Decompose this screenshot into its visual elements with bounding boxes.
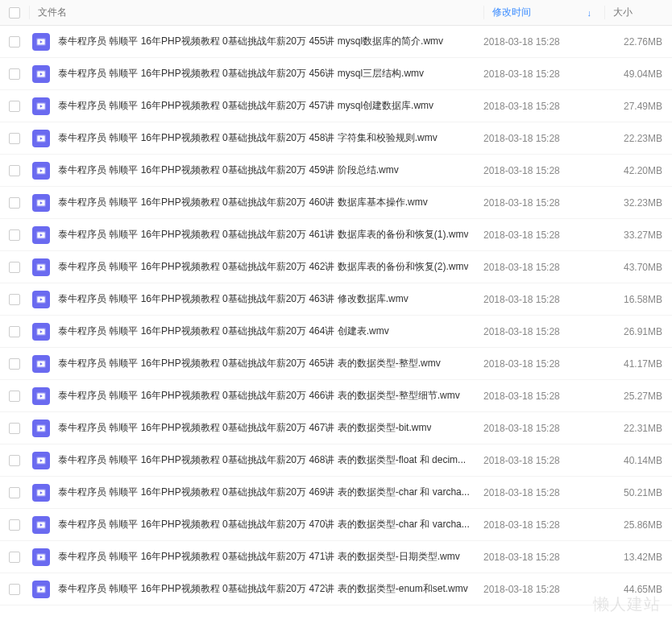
- size-cell: 13.42MB: [604, 552, 672, 563]
- row-checkbox-cell: [0, 68, 29, 80]
- table-row[interactable]: 泰牛程序员 韩顺平 16年PHP视频教程 0基础挑战年薪20万 457讲 mys…: [0, 90, 672, 122]
- header-filename[interactable]: 文件名: [29, 6, 483, 19]
- video-file-icon: [32, 484, 50, 502]
- row-checkbox[interactable]: [9, 326, 20, 337]
- row-checkbox[interactable]: [9, 101, 20, 112]
- table-row[interactable]: 泰牛程序员 韩顺平 16年PHP视频教程 0基础挑战年薪20万 467讲 表的数…: [0, 412, 672, 444]
- filename-text[interactable]: 泰牛程序员 韩顺平 16年PHP视频教程 0基础挑战年薪20万 467讲 表的数…: [58, 421, 431, 435]
- row-checkbox-cell: [0, 294, 29, 305]
- row-checkbox[interactable]: [9, 165, 20, 176]
- filename-cell: 泰牛程序员 韩顺平 16年PHP视频教程 0基础挑战年薪20万 464讲 创建表…: [29, 323, 483, 341]
- modified-cell: 2018-03-18 15:28: [483, 294, 604, 305]
- row-checkbox-cell: [0, 133, 29, 144]
- row-checkbox[interactable]: [9, 455, 20, 466]
- header-size[interactable]: 大小: [604, 6, 672, 19]
- row-checkbox[interactable]: [9, 229, 20, 241]
- filename-cell: 泰牛程序员 韩顺平 16年PHP视频教程 0基础挑战年薪20万 463讲 修改数…: [29, 291, 483, 308]
- video-file-icon: [32, 65, 50, 83]
- table-row[interactable]: 泰牛程序员 韩顺平 16年PHP视频教程 0基础挑战年薪20万 472讲 表的数…: [0, 573, 672, 606]
- size-cell: 50.21MB: [604, 487, 672, 498]
- table-row[interactable]: 泰牛程序员 韩顺平 16年PHP视频教程 0基础挑战年薪20万 462讲 数据库…: [0, 251, 672, 283]
- filename-text[interactable]: 泰牛程序员 韩顺平 16年PHP视频教程 0基础挑战年薪20万 457讲 mys…: [58, 99, 433, 113]
- filename-cell: 泰牛程序员 韩顺平 16年PHP视频教程 0基础挑战年薪20万 469讲 表的数…: [29, 484, 483, 502]
- modified-cell: 2018-03-18 15:28: [483, 229, 604, 241]
- table-row[interactable]: 泰牛程序员 韩顺平 16年PHP视频教程 0基础挑战年薪20万 460讲 数据库…: [0, 187, 672, 219]
- filename-text[interactable]: 泰牛程序员 韩顺平 16年PHP视频教程 0基础挑战年薪20万 460讲 数据库…: [58, 196, 428, 209]
- row-checkbox[interactable]: [9, 391, 20, 402]
- filename-text[interactable]: 泰牛程序员 韩顺平 16年PHP视频教程 0基础挑战年薪20万 458讲 字符集…: [58, 131, 438, 145]
- table-row[interactable]: 泰牛程序员 韩顺平 16年PHP视频教程 0基础挑战年薪20万 455讲 mys…: [0, 26, 672, 58]
- filename-text[interactable]: 泰牛程序员 韩顺平 16年PHP视频教程 0基础挑战年薪20万 459讲 阶段总…: [58, 163, 399, 177]
- filename-text[interactable]: 泰牛程序员 韩顺平 16年PHP视频教程 0基础挑战年薪20万 465讲 表的数…: [58, 357, 441, 370]
- row-checkbox-cell: [0, 358, 29, 370]
- video-file-icon: [32, 291, 50, 308]
- filename-text[interactable]: 泰牛程序员 韩顺平 16年PHP视频教程 0基础挑战年薪20万 466讲 表的数…: [58, 389, 460, 403]
- row-checkbox[interactable]: [9, 262, 20, 273]
- header-modified[interactable]: 修改时间 ↓: [483, 6, 604, 19]
- size-cell: 33.27MB: [604, 229, 672, 241]
- filename-text[interactable]: 泰牛程序员 韩顺平 16年PHP视频教程 0基础挑战年薪20万 462讲 数据库…: [58, 260, 468, 274]
- size-cell: 43.70MB: [604, 262, 672, 273]
- row-checkbox[interactable]: [9, 197, 20, 209]
- table-row[interactable]: 泰牛程序员 韩顺平 16年PHP视频教程 0基础挑战年薪20万 458讲 字符集…: [0, 122, 672, 155]
- row-checkbox-cell: [0, 36, 29, 48]
- filename-text[interactable]: 泰牛程序员 韩顺平 16年PHP视频教程 0基础挑战年薪20万 456讲 mys…: [58, 67, 424, 81]
- sort-arrow-icon: ↓: [587, 8, 592, 18]
- video-file-icon: [32, 162, 50, 180]
- select-all-checkbox[interactable]: [9, 7, 20, 19]
- filename-text[interactable]: 泰牛程序员 韩顺平 16年PHP视频教程 0基础挑战年薪20万 472讲 表的数…: [58, 582, 468, 596]
- modified-cell: 2018-03-18 15:28: [483, 487, 604, 498]
- filename-text[interactable]: 泰牛程序员 韩顺平 16年PHP视频教程 0基础挑战年薪20万 461讲 数据库…: [58, 228, 468, 242]
- row-checkbox-cell: [0, 584, 29, 595]
- filename-text[interactable]: 泰牛程序员 韩顺平 16年PHP视频教程 0基础挑战年薪20万 455讲 mys…: [58, 35, 443, 48]
- modified-cell: 2018-03-18 15:28: [483, 101, 604, 112]
- row-checkbox[interactable]: [9, 358, 20, 370]
- row-checkbox-cell: [0, 165, 29, 176]
- filename-text[interactable]: 泰牛程序员 韩顺平 16年PHP视频教程 0基础挑战年薪20万 470讲 表的数…: [58, 518, 470, 531]
- row-checkbox[interactable]: [9, 584, 20, 595]
- header-modified-label: 修改时间: [492, 6, 531, 19]
- size-cell: 22.31MB: [604, 423, 672, 434]
- row-checkbox[interactable]: [9, 294, 20, 305]
- modified-cell: 2018-03-18 15:28: [483, 552, 604, 563]
- table-row[interactable]: 泰牛程序员 韩顺平 16年PHP视频教程 0基础挑战年薪20万 465讲 表的数…: [0, 348, 672, 380]
- filename-cell: 泰牛程序员 韩顺平 16年PHP视频教程 0基础挑战年薪20万 467讲 表的数…: [29, 420, 483, 437]
- modified-cell: 2018-03-18 15:28: [483, 519, 604, 531]
- video-file-icon: [32, 258, 50, 276]
- row-checkbox[interactable]: [9, 552, 20, 563]
- row-checkbox[interactable]: [9, 68, 20, 80]
- video-file-icon: [32, 130, 50, 147]
- size-cell: 25.27MB: [604, 391, 672, 402]
- modified-cell: 2018-03-18 15:28: [483, 584, 604, 595]
- row-checkbox[interactable]: [9, 133, 20, 144]
- filename-cell: 泰牛程序员 韩顺平 16年PHP视频教程 0基础挑战年薪20万 465讲 表的数…: [29, 355, 483, 373]
- table-row[interactable]: 泰牛程序员 韩顺平 16年PHP视频教程 0基础挑战年薪20万 471讲 表的数…: [0, 541, 672, 573]
- table-row[interactable]: 泰牛程序员 韩顺平 16年PHP视频教程 0基础挑战年薪20万 470讲 表的数…: [0, 509, 672, 541]
- filename-text[interactable]: 泰牛程序员 韩顺平 16年PHP视频教程 0基础挑战年薪20万 469讲 表的数…: [58, 486, 470, 499]
- filename-cell: 泰牛程序员 韩顺平 16年PHP视频教程 0基础挑战年薪20万 456讲 mys…: [29, 65, 483, 83]
- table-row[interactable]: 泰牛程序员 韩顺平 16年PHP视频教程 0基础挑战年薪20万 464讲 创建表…: [0, 316, 672, 348]
- filename-text[interactable]: 泰牛程序员 韩顺平 16年PHP视频教程 0基础挑战年薪20万 464讲 创建表…: [58, 324, 389, 338]
- table-row[interactable]: 泰牛程序员 韩顺平 16年PHP视频教程 0基础挑战年薪20万 461讲 数据库…: [0, 219, 672, 251]
- header-size-label: 大小: [613, 6, 633, 19]
- video-file-icon: [32, 194, 50, 212]
- row-checkbox[interactable]: [9, 487, 20, 498]
- video-file-icon: [32, 226, 50, 244]
- row-checkbox[interactable]: [9, 519, 20, 531]
- table-row[interactable]: 泰牛程序员 韩顺平 16年PHP视频教程 0基础挑战年薪20万 469讲 表的数…: [0, 477, 672, 509]
- row-checkbox[interactable]: [9, 36, 20, 48]
- row-checkbox-cell: [0, 552, 29, 563]
- row-checkbox[interactable]: [9, 423, 20, 434]
- size-cell: 27.49MB: [604, 101, 672, 112]
- table-row[interactable]: 泰牛程序员 韩顺平 16年PHP视频教程 0基础挑战年薪20万 463讲 修改数…: [0, 283, 672, 316]
- modified-cell: 2018-03-18 15:28: [483, 165, 604, 176]
- filename-text[interactable]: 泰牛程序员 韩顺平 16年PHP视频教程 0基础挑战年薪20万 471讲 表的数…: [58, 550, 460, 564]
- table-row[interactable]: 泰牛程序员 韩顺平 16年PHP视频教程 0基础挑战年薪20万 459讲 阶段总…: [0, 155, 672, 187]
- row-checkbox-cell: [0, 391, 29, 402]
- filename-text[interactable]: 泰牛程序员 韩顺平 16年PHP视频教程 0基础挑战年薪20万 463讲 修改数…: [58, 292, 409, 306]
- filename-text[interactable]: 泰牛程序员 韩顺平 16年PHP视频教程 0基础挑战年薪20万 468讲 表的数…: [58, 453, 466, 467]
- table-row[interactable]: 泰牛程序员 韩顺平 16年PHP视频教程 0基础挑战年薪20万 456讲 mys…: [0, 58, 672, 90]
- size-cell: 25.86MB: [604, 519, 672, 531]
- table-row[interactable]: 泰牛程序员 韩顺平 16年PHP视频教程 0基础挑战年薪20万 466讲 表的数…: [0, 380, 672, 412]
- table-row[interactable]: 泰牛程序员 韩顺平 16年PHP视频教程 0基础挑战年薪20万 468讲 表的数…: [0, 444, 672, 477]
